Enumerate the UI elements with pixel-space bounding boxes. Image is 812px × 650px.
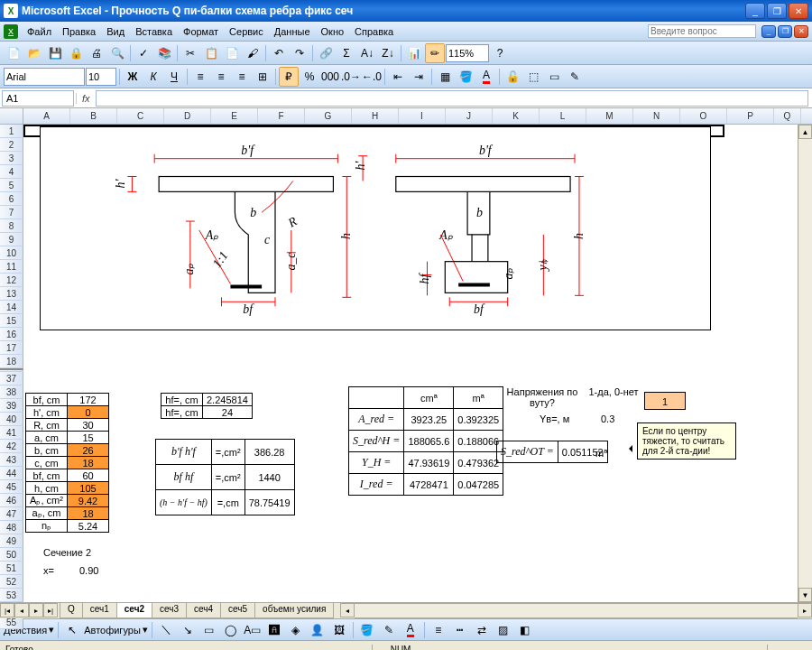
increase-decimal-icon[interactable]: .0→	[341, 67, 361, 87]
cut-icon[interactable]: ✂	[180, 43, 200, 63]
t1-r5-val[interactable]: 18	[68, 457, 109, 469]
cell-area[interactable]: b'fh' bR Aₚc aₚ 1:1 a_c bfh b'fh' bAₚ aₚ…	[23, 125, 798, 618]
col-Q[interactable]: Q	[774, 108, 801, 124]
font-size-select[interactable]	[86, 68, 116, 86]
scroll-down-button[interactable]: ▼	[798, 588, 812, 602]
save-icon[interactable]: 💾	[45, 43, 65, 63]
percent-icon[interactable]: %	[300, 67, 319, 87]
ask-question-input[interactable]	[648, 24, 756, 38]
col-O[interactable]: O	[680, 108, 727, 124]
row-6[interactable]: 6	[0, 192, 23, 206]
currency-icon[interactable]: ₽	[279, 67, 299, 87]
shadow-icon[interactable]: ▨	[494, 620, 513, 640]
col-B[interactable]: B	[70, 108, 117, 124]
formula-input[interactable]	[96, 90, 808, 107]
format-painter-icon[interactable]: 🖌	[243, 43, 263, 63]
line-style-icon[interactable]: ≡	[429, 620, 448, 640]
hyperlink-icon[interactable]: 🔗	[316, 43, 336, 63]
row-43[interactable]: 43	[0, 453, 23, 467]
sheet-tab-sec5[interactable]: сеч5	[220, 603, 255, 618]
row-11[interactable]: 11	[0, 260, 23, 274]
row-41[interactable]: 41	[0, 426, 23, 440]
sheet-tab-sec3[interactable]: сеч3	[152, 603, 187, 618]
extra1-icon[interactable]: ⬚	[523, 67, 543, 87]
hscroll-track[interactable]	[355, 603, 798, 618]
col-P[interactable]: P	[727, 108, 774, 124]
t1-r1-val[interactable]: 0	[68, 406, 109, 419]
row-52[interactable]: 52	[0, 575, 23, 589]
col-N[interactable]: N	[633, 108, 680, 124]
doc-close-button[interactable]: ✕	[794, 25, 808, 38]
t4-r0-b[interactable]: 0.392325	[454, 409, 503, 431]
name-box[interactable]: A1	[2, 90, 74, 107]
clipart-icon[interactable]: 👤	[308, 620, 328, 640]
row-1[interactable]: 1	[0, 125, 23, 138]
comma-icon[interactable]: 000	[320, 67, 340, 87]
row-14[interactable]: 14	[0, 301, 23, 314]
sheet-tab-q[interactable]: Q	[60, 603, 83, 618]
row-44[interactable]: 44	[0, 467, 23, 480]
row-46[interactable]: 46	[0, 494, 23, 507]
answer-cell[interactable]: 1	[644, 392, 686, 410]
permission-icon[interactable]: 🔒	[66, 43, 86, 63]
fill-color-icon[interactable]: 🪣	[456, 67, 475, 87]
row-47[interactable]: 47	[0, 507, 23, 521]
minimize-button[interactable]: _	[745, 3, 765, 19]
row-10[interactable]: 10	[0, 246, 23, 260]
col-F[interactable]: F	[258, 108, 305, 124]
s-red-table[interactable]: S_red^OT =0.051152	[496, 441, 608, 463]
col-G[interactable]: G	[305, 108, 352, 124]
sheet-tab-sec1[interactable]: сеч1	[82, 603, 117, 618]
new-icon[interactable]: 📄	[4, 43, 23, 63]
doc-minimize-button[interactable]: _	[761, 25, 776, 38]
row-7[interactable]: 7	[0, 206, 23, 219]
row-51[interactable]: 51	[0, 562, 23, 575]
t4-r3-a[interactable]: 4728471	[404, 474, 454, 496]
row-48[interactable]: 48	[0, 521, 23, 534]
font-color-icon[interactable]: A	[476, 67, 496, 87]
line-icon[interactable]: ＼	[156, 620, 176, 640]
font-color-draw-icon[interactable]: A	[401, 620, 420, 640]
x-value[interactable]: 0.90	[79, 565, 98, 576]
col-J[interactable]: J	[446, 108, 493, 124]
row-42[interactable]: 42	[0, 440, 23, 453]
print-icon[interactable]: 🖨	[87, 43, 106, 63]
tab-first-button[interactable]: |◂	[0, 603, 14, 618]
worksheet-grid[interactable]: A B C D E F G H I J K L M N O P Q 1 2 3 …	[0, 108, 812, 618]
row-12[interactable]: 12	[0, 274, 23, 287]
row-38[interactable]: 38	[0, 385, 23, 399]
tab-prev-button[interactable]: ◂	[14, 603, 29, 618]
security-icon[interactable]: 🔓	[503, 67, 522, 87]
col-A[interactable]: A	[23, 108, 70, 124]
align-left-icon[interactable]: ≡	[190, 67, 210, 87]
horizontal-scrollbar[interactable]: ◂ ▸	[340, 603, 812, 618]
t4-r2-a[interactable]: 47.93619	[404, 452, 454, 474]
t1-r2-val[interactable]: 30	[68, 419, 109, 432]
col-H[interactable]: H	[352, 108, 399, 124]
formula-table[interactable]: b'f h'f=,cm²386.28 bf hf=,cm²1440 (h − h…	[155, 439, 295, 515]
bold-icon[interactable]: Ж	[123, 67, 143, 87]
picture-icon[interactable]: 🖼	[329, 620, 349, 640]
undo-icon[interactable]: ↶	[269, 43, 289, 63]
menu-insert[interactable]: Вставка	[130, 24, 178, 39]
row-45[interactable]: 45	[0, 480, 23, 494]
zoom-input[interactable]	[446, 44, 489, 62]
col-K[interactable]: K	[493, 108, 540, 124]
menu-data[interactable]: Данные	[269, 24, 316, 39]
decrease-indent-icon[interactable]: ⇤	[388, 67, 408, 87]
font-name-select[interactable]	[4, 68, 85, 86]
sheet-tab-sec2[interactable]: сеч2	[116, 603, 152, 618]
3d-icon[interactable]: ◧	[515, 620, 535, 640]
t1-r8-val[interactable]: 9.42	[68, 495, 109, 507]
fx-label[interactable]: fx	[76, 93, 96, 104]
vertical-scrollbar[interactable]: ▲ ▼	[798, 125, 812, 602]
select-arrow-icon[interactable]: ↖	[62, 620, 82, 640]
tab-next-button[interactable]: ▸	[29, 603, 43, 618]
row-39[interactable]: 39	[0, 399, 23, 413]
hf-table[interactable]: hf=, cm2.245814 hf=, cm24	[161, 393, 253, 419]
line-color-icon[interactable]: ✎	[379, 620, 399, 640]
decrease-decimal-icon[interactable]: ←.0	[362, 67, 382, 87]
copy-icon[interactable]: 📋	[201, 43, 221, 63]
row-9[interactable]: 9	[0, 233, 23, 246]
t1-r9-val[interactable]: 18	[68, 507, 109, 520]
